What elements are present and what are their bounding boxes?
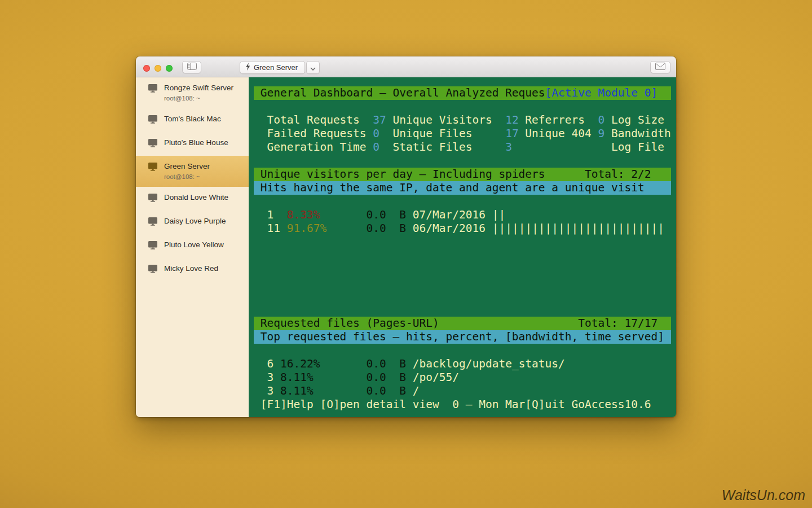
sidebar-item-text: Rongze Swift Serverroot@108: ~	[164, 84, 233, 102]
sidebar-toggle-button[interactable]	[182, 61, 201, 73]
terminal-segment: 8.11%	[280, 371, 314, 384]
sidebar-item[interactable]: Pluto Love Yellow	[136, 234, 249, 258]
terminal-segment: Total Requests	[254, 113, 373, 126]
zoom-button[interactable]	[166, 65, 173, 72]
envelope-icon	[655, 62, 665, 72]
terminal-line	[254, 195, 676, 208]
sidebar-item-text: Tom's Black Mac	[164, 115, 221, 124]
sidebar-item-text: Pluto Love Yellow	[164, 240, 224, 249]
sidebar-item-label: Pluto Love Yellow	[164, 240, 224, 249]
terminal-line: Top requested files — hits, percent, [ba…	[254, 330, 676, 344]
window-content: Rongze Swift Serverroot@108: ~Tom's Blac…	[136, 77, 676, 417]
terminal-line	[254, 100, 676, 113]
monitor-icon	[148, 139, 158, 150]
monitor-icon	[148, 194, 158, 204]
terminal-segment: Generation Time	[254, 141, 373, 154]
lightning-icon	[245, 63, 250, 73]
mail-button[interactable]	[650, 61, 670, 73]
sidebar-item-label: Micky Love Red	[164, 264, 218, 273]
sidebar-item-label: Daisy Love Purple	[164, 217, 226, 226]
monitor-icon	[148, 241, 158, 252]
terminal-line	[254, 249, 676, 262]
terminal-segment: 3	[505, 141, 512, 154]
terminal-segment: 3	[254, 371, 280, 384]
terminal-segment: [F1]Help [O]pen detail view 0 — Mon Mar[…	[254, 398, 651, 411]
monitor-icon	[148, 115, 158, 126]
minimize-button[interactable]	[155, 65, 161, 72]
sidebar-item[interactable]: Micky Love Red	[136, 258, 249, 282]
monitor-icon	[148, 163, 158, 173]
terminal-segment: 06/Mar/2016	[413, 222, 492, 235]
terminal-segment: 37	[373, 113, 386, 126]
terminal-segment: /backlog/update_status/	[413, 357, 565, 370]
titlebar: Green Server	[136, 56, 676, 77]
terminal-segment	[320, 208, 366, 221]
section-header-bar: Unique visitors per day — Including spid…	[254, 168, 671, 181]
section-subheader-bar: Top requested files — hits, percent, [ba…	[254, 330, 671, 344]
terminal-segment: Referrers	[519, 113, 598, 126]
terminal-line: Requested files (Pages-URL) Total: 17/17	[254, 317, 676, 330]
sidebar-item[interactable]: Green Serverroot@108: ~	[136, 156, 249, 187]
close-button[interactable]	[143, 65, 150, 72]
terminal-segment: 91.67%	[287, 222, 326, 235]
terminal-line: 1 8.33% 0.0 B 07/Mar/2016 ||	[254, 208, 676, 222]
terminal-segment: 0.0 B	[314, 384, 413, 397]
terminal-line: Unique visitors per day — Including spid…	[254, 168, 676, 181]
terminal-segment: /po/55/	[413, 371, 459, 384]
sidebar-item[interactable]: Pluto's Blue House	[136, 132, 249, 156]
server-chevron-button[interactable]	[306, 61, 320, 74]
server-sidebar: Rongze Swift Serverroot@108: ~Tom's Blac…	[136, 77, 249, 417]
terminal-segment	[326, 222, 366, 235]
monitor-icon	[148, 217, 158, 228]
sidebar-item-label: Green Server	[164, 162, 210, 171]
terminal-line: Hits having the same IP, date and agent …	[254, 181, 676, 195]
terminal-segment: 0.0 B	[320, 357, 412, 370]
terminal-segment: 0	[373, 127, 379, 140]
chevron-down-icon	[310, 63, 316, 73]
watermark: WaitsUn.com	[722, 487, 805, 503]
sidebar-item-subtitle: root@108: ~	[164, 173, 210, 181]
terminal-line	[254, 344, 676, 357]
monitor-icon	[148, 265, 158, 275]
sidebar-item[interactable]: Tom's Black Mac	[136, 108, 249, 132]
terminal-segment: ||||||||||||||||||||||||||	[492, 222, 664, 235]
terminal-line	[254, 303, 676, 317]
terminal-line: 11 91.67% 0.0 B 06/Mar/2016 ||||||||||||…	[254, 222, 676, 235]
sidebar-item[interactable]: Rongze Swift Serverroot@108: ~	[136, 77, 249, 108]
terminal-segment: 9	[598, 127, 605, 140]
server-control: Green Server	[240, 61, 320, 74]
terminal-line: Generation Time 0 Static Files 3 Log Fil…	[254, 141, 676, 154]
terminal-segment: /	[413, 384, 420, 397]
server-dropdown-button[interactable]: Green Server	[240, 61, 305, 74]
sidebar-item-text: Donald Love White	[164, 193, 228, 202]
monitor-icon	[148, 84, 158, 95]
terminal-line: 6 16.22% 0.0 B /backlog/update_status/	[254, 357, 676, 371]
sidebar-item-text: Micky Love Red	[164, 264, 218, 273]
terminal-segment: 0.0 B	[314, 371, 413, 384]
sidebar-item-subtitle: root@108: ~	[164, 94, 233, 102]
terminal-segment: Unique Visitors	[386, 113, 505, 126]
sidebar-item-label: Pluto's Blue House	[164, 138, 228, 147]
terminal-segment: 3	[254, 384, 280, 397]
terminal-segment: Bandwidth	[604, 127, 670, 140]
terminal-line: [F1]Help [O]pen detail view 0 — Mon Mar[…	[254, 398, 676, 411]
terminal-segment: 12	[505, 113, 518, 126]
terminal-segment: Log Size	[604, 113, 664, 126]
terminal-line	[254, 290, 676, 303]
terminal-segment: 11	[254, 222, 287, 235]
terminal-segment: Requested files (Pages-URL) Total: 17/17	[254, 317, 657, 330]
terminal-line	[254, 262, 676, 276]
sidebar-item-label: Rongze Swift Server	[164, 84, 233, 93]
terminal-segment: 0	[598, 113, 605, 126]
terminal-segment: 8.11%	[280, 384, 314, 397]
sidebar-item-label: Donald Love White	[164, 193, 228, 202]
terminal-segment: Hits having the same IP, date and agent …	[254, 181, 645, 194]
sidebar-item[interactable]: Daisy Love Purple	[136, 211, 249, 234]
terminal-segment: Failed Requests	[254, 127, 373, 140]
terminal-segment: [Active Module 0]	[545, 86, 658, 99]
terminal-segment: Unique 404	[519, 127, 598, 140]
sidebar-item-text: Pluto's Blue House	[164, 138, 228, 147]
terminal-line: 3 8.11% 0.0 B /	[254, 384, 676, 398]
terminal-screen[interactable]: General Dashboard — Overall Analyzed Req…	[249, 77, 676, 417]
sidebar-item[interactable]: Donald Love White	[136, 187, 249, 211]
